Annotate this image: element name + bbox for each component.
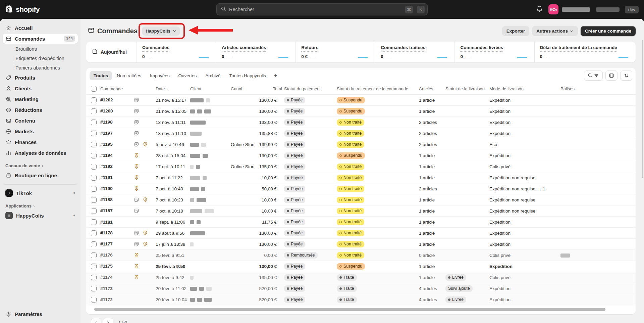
table-row[interactable]: #1188 7 oct. à 10:23 10,00 € Payée Non t… bbox=[86, 194, 636, 205]
row-checkbox[interactable] bbox=[91, 252, 97, 258]
table-row[interactable]: #1187 7 oct. à 10:18 10,00 € Payée Non t… bbox=[86, 205, 636, 217]
row-checkbox[interactable] bbox=[91, 153, 97, 158]
sidebar-subitem-paniers-abandonn-s[interactable]: Paniers abandonnés bbox=[3, 63, 78, 72]
row-checkbox[interactable] bbox=[91, 97, 97, 103]
row-checkbox[interactable] bbox=[91, 131, 97, 136]
order-number[interactable]: #1178 bbox=[100, 230, 122, 235]
col-balises[interactable]: Balises bbox=[560, 86, 636, 91]
more-actions-button[interactable]: Autres actions bbox=[532, 26, 578, 36]
create-order-button[interactable]: Créer une commande bbox=[581, 26, 636, 36]
sidebar-item-commandes[interactable]: Commandes 144 bbox=[3, 34, 78, 44]
notifications-bell-icon[interactable] bbox=[536, 5, 543, 14]
metric-5[interactable]: Délai de traitement de la commande 0 — bbox=[534, 42, 636, 62]
row-checkbox[interactable] bbox=[91, 186, 97, 192]
sidebar-item-contenu[interactable]: Contenu bbox=[3, 116, 78, 126]
sales-channels-section[interactable]: Canaux de vente› bbox=[3, 158, 78, 170]
table-row[interactable]: #1192 17 oct. à 10:11 Online Store 135,0… bbox=[86, 161, 636, 172]
row-checkbox[interactable] bbox=[91, 142, 97, 147]
tab-impay-es[interactable]: Impayées bbox=[146, 71, 174, 80]
row-checkbox[interactable] bbox=[91, 230, 97, 236]
row-checkbox[interactable] bbox=[91, 297, 97, 303]
metric-0[interactable]: Commandes 0 — bbox=[137, 42, 216, 62]
order-number[interactable]: #1191 bbox=[100, 175, 122, 180]
order-number[interactable]: #1197 bbox=[100, 131, 122, 136]
table-row[interactable]: #1197 13 nov. à 11:10 135,88 € Payée Non… bbox=[86, 128, 636, 139]
row-checkbox[interactable] bbox=[91, 164, 97, 170]
order-number[interactable]: #1198 bbox=[100, 120, 122, 125]
table-row[interactable]: #1190 7 oct. à 10:40 50,00 € Payée Non t… bbox=[86, 183, 636, 194]
add-view-button[interactable]: + bbox=[271, 71, 280, 80]
table-row[interactable]: #1174 25 févr. à 9:42 135,00 € Payée Tra… bbox=[86, 272, 636, 283]
order-number[interactable]: #1192 bbox=[100, 164, 122, 169]
table-row[interactable]: #1172 20 févr. à 10:04 520,00 € Payée Tr… bbox=[86, 294, 636, 305]
col-paiement[interactable]: Statut du paiement bbox=[284, 86, 337, 91]
table-row[interactable]: #1175 25 févr. à 9:50 130,00 € Payée Sus… bbox=[86, 261, 636, 272]
sidebar-item-marketing[interactable]: Marketing bbox=[3, 94, 78, 104]
metric-1[interactable]: Articles commandés 0 — bbox=[216, 42, 296, 62]
sidebar-subitem--tiquettes-d-exp-dition[interactable]: Étiquettes d’expédition bbox=[3, 54, 78, 63]
export-button[interactable]: Exporter bbox=[502, 26, 530, 36]
table-row[interactable]: #1195 5 nov. à 10:46 Online Store 139,99… bbox=[86, 139, 636, 150]
table-row[interactable]: #1202 21 nov. à 15:17 130,00 € Payée Sus… bbox=[86, 95, 636, 106]
table-row[interactable]: #1173 20 févr. à 11:02 520,00 € Payée Tr… bbox=[86, 283, 636, 294]
next-page-button[interactable] bbox=[103, 318, 113, 323]
table-row[interactable]: #1194 28 oct. à 15:04 130,00 € Payée Sus… bbox=[86, 150, 636, 161]
select-all-checkbox[interactable] bbox=[91, 86, 97, 92]
table-row[interactable]: #1181 9 sept. à 11:06 11,75 € Payée Non … bbox=[86, 217, 636, 228]
row-checkbox[interactable] bbox=[91, 264, 97, 269]
sort-button[interactable] bbox=[620, 71, 632, 81]
sidebar-item-markets[interactable]: Markets bbox=[3, 126, 78, 136]
order-number[interactable]: #1190 bbox=[100, 186, 122, 191]
row-checkbox[interactable] bbox=[91, 275, 97, 280]
applications-section[interactable]: Applications› bbox=[3, 199, 78, 211]
prev-page-button[interactable] bbox=[91, 318, 101, 323]
sidebar-item-settings[interactable]: Paramètres bbox=[3, 309, 78, 319]
columns-button[interactable] bbox=[605, 71, 618, 81]
row-checkbox[interactable] bbox=[91, 208, 97, 214]
sidebar-item-produits[interactable]: Produits bbox=[3, 73, 78, 83]
col-total[interactable]: Total bbox=[254, 86, 284, 91]
order-number[interactable]: #1194 bbox=[100, 153, 122, 158]
metric-4[interactable]: Commandes livrées 0 — bbox=[454, 42, 534, 62]
tab-archiv-[interactable]: Archivé bbox=[201, 71, 224, 80]
col-mode-livraison[interactable]: Mode de livraison bbox=[489, 86, 560, 91]
account-menu[interactable]: HCv bbox=[548, 4, 620, 14]
store-filter-dropdown[interactable]: HappyColis bbox=[142, 27, 180, 36]
sidebar-item-clients[interactable]: Clients bbox=[3, 83, 78, 93]
order-number[interactable]: #1202 bbox=[100, 97, 122, 102]
order-number[interactable]: #1175 bbox=[100, 264, 122, 269]
metric-3[interactable]: Commandes traitées 0 — bbox=[375, 42, 454, 62]
sidebar-item-analyses-de-donn-es[interactable]: Analyses de données bbox=[3, 148, 78, 158]
col-livraison[interactable]: Statut de la livraison bbox=[445, 86, 489, 91]
tab-toutes-happycolis[interactable]: Toutes Happycolis bbox=[225, 71, 270, 80]
order-number[interactable]: #1173 bbox=[100, 286, 122, 291]
row-checkbox[interactable] bbox=[91, 219, 97, 225]
row-checkbox[interactable] bbox=[91, 241, 97, 247]
shopify-logo[interactable]: shopify bbox=[5, 4, 40, 14]
vertical-scrollbar[interactable] bbox=[642, 40, 643, 178]
date-range-picker[interactable]: Aujourd'hui bbox=[86, 42, 137, 62]
row-checkbox[interactable] bbox=[91, 197, 97, 203]
col-date-sorted[interactable]: Date ↓ bbox=[156, 86, 190, 91]
sidebar-item-r-ductions[interactable]: Réductions bbox=[3, 105, 78, 115]
sidebar-item-finances[interactable]: Finances bbox=[3, 137, 78, 147]
order-number[interactable]: #1188 bbox=[100, 197, 122, 202]
row-checkbox[interactable] bbox=[91, 286, 97, 291]
sidebar-item-tiktok[interactable]: ♪ TikTok • bbox=[3, 188, 78, 198]
order-number[interactable]: #1200 bbox=[100, 108, 122, 113]
order-number[interactable]: #1172 bbox=[100, 297, 122, 302]
order-number[interactable]: #1181 bbox=[100, 220, 122, 225]
col-commande[interactable]: Commande bbox=[100, 86, 156, 91]
row-checkbox[interactable] bbox=[91, 175, 97, 181]
table-row[interactable]: #1178 29 août à 9:56 130,00 € Payée Non … bbox=[86, 228, 636, 239]
table-row[interactable]: #1200 21 nov. à 15:05 130,00 € Payée Sus… bbox=[86, 106, 636, 117]
order-number[interactable]: #1174 bbox=[100, 275, 122, 280]
sidebar-item-happycolis[interactable]: ☺ HappyColis • bbox=[3, 211, 78, 221]
order-number[interactable]: #1177 bbox=[100, 241, 122, 246]
tab-toutes[interactable]: Toutes bbox=[90, 71, 112, 80]
table-row[interactable]: #1198 13 nov. à 11:11 133,00 € Payée Non… bbox=[86, 117, 636, 128]
tab-non-trait-es[interactable]: Non traitées bbox=[113, 71, 145, 80]
global-search-input[interactable]: Rechercher ⌘ K bbox=[216, 3, 428, 15]
search-filter-button[interactable] bbox=[584, 71, 603, 81]
order-number[interactable]: #1187 bbox=[100, 208, 122, 213]
